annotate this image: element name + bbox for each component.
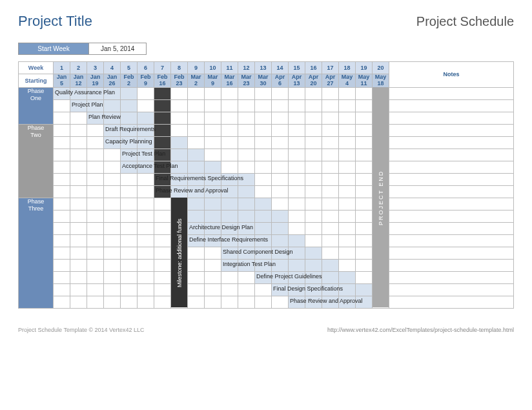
gantt-cell[interactable]	[70, 222, 87, 234]
gantt-cell[interactable]	[238, 124, 255, 136]
gantt-cell[interactable]	[356, 247, 373, 259]
gantt-cell[interactable]	[305, 124, 322, 136]
gantt-cell[interactable]	[205, 99, 221, 112]
gantt-cell[interactable]	[221, 210, 238, 222]
gantt-cell[interactable]	[305, 112, 322, 124]
gantt-cell[interactable]	[238, 87, 255, 99]
gantt-cell[interactable]	[238, 136, 255, 149]
gantt-cell[interactable]	[54, 99, 70, 112]
start-week-value[interactable]: Jan 5, 2014	[89, 43, 147, 55]
gantt-cell[interactable]	[54, 185, 70, 198]
gantt-cell[interactable]	[322, 112, 339, 124]
gantt-cell[interactable]	[255, 173, 272, 185]
gantt-cell[interactable]	[54, 259, 70, 271]
notes-cell[interactable]	[389, 124, 514, 136]
gantt-cell[interactable]	[87, 296, 104, 308]
gantt-cell[interactable]	[356, 124, 373, 136]
gantt-cell[interactable]	[188, 99, 205, 112]
gantt-cell[interactable]	[70, 112, 87, 124]
gantt-cell[interactable]	[255, 222, 272, 234]
gantt-cell[interactable]	[54, 161, 70, 173]
gantt-cell[interactable]	[339, 112, 356, 124]
gantt-cell[interactable]	[339, 247, 356, 259]
gantt-cell[interactable]: Quality Assurance Plan	[54, 87, 70, 99]
gantt-cell[interactable]	[305, 259, 322, 271]
gantt-cell[interactable]	[87, 271, 104, 283]
gantt-cell[interactable]	[138, 99, 154, 112]
gantt-cell[interactable]	[272, 296, 289, 308]
gantt-cell[interactable]: Phase Review and Approval	[289, 296, 305, 308]
gantt-cell[interactable]	[138, 198, 154, 210]
gantt-cell[interactable]	[171, 87, 188, 99]
gantt-cell[interactable]: Define Interface Requirements	[188, 234, 205, 247]
gantt-cell[interactable]	[221, 198, 238, 210]
gantt-cell[interactable]	[255, 124, 272, 136]
gantt-cell[interactable]	[272, 124, 289, 136]
gantt-cell[interactable]	[70, 247, 87, 259]
gantt-cell[interactable]	[289, 87, 305, 99]
gantt-cell[interactable]	[154, 124, 171, 136]
gantt-cell[interactable]	[121, 185, 138, 198]
gantt-cell[interactable]	[305, 161, 322, 173]
gantt-cell[interactable]	[121, 112, 138, 124]
gantt-cell[interactable]	[188, 247, 205, 259]
gantt-cell[interactable]	[305, 234, 322, 247]
notes-cell[interactable]	[389, 283, 514, 296]
gantt-cell[interactable]	[138, 210, 154, 222]
gantt-cell[interactable]	[70, 149, 87, 161]
gantt-cell[interactable]	[289, 234, 305, 247]
gantt-cell[interactable]	[154, 210, 171, 222]
gantt-cell[interactable]	[54, 112, 70, 124]
gantt-cell[interactable]	[322, 124, 339, 136]
notes-cell[interactable]	[389, 112, 514, 124]
gantt-cell[interactable]	[154, 87, 171, 99]
gantt-cell[interactable]	[339, 210, 356, 222]
gantt-cell[interactable]	[188, 149, 205, 161]
gantt-cell[interactable]	[121, 271, 138, 283]
gantt-cell[interactable]	[154, 222, 171, 234]
gantt-cell[interactable]	[221, 124, 238, 136]
gantt-cell[interactable]	[272, 210, 289, 222]
gantt-cell[interactable]	[356, 259, 373, 271]
gantt-cell[interactable]	[171, 124, 188, 136]
notes-cell[interactable]	[389, 173, 514, 185]
gantt-cell[interactable]	[104, 222, 121, 234]
gantt-cell[interactable]	[289, 198, 305, 210]
gantt-cell[interactable]	[339, 234, 356, 247]
gantt-cell[interactable]	[138, 271, 154, 283]
gantt-cell[interactable]	[154, 283, 171, 296]
gantt-cell[interactable]	[138, 173, 154, 185]
gantt-cell[interactable]	[70, 259, 87, 271]
gantt-cell[interactable]	[221, 161, 238, 173]
gantt-cell[interactable]	[289, 112, 305, 124]
gantt-cell[interactable]	[255, 136, 272, 149]
gantt-cell[interactable]	[54, 271, 70, 283]
notes-cell[interactable]	[389, 149, 514, 161]
notes-cell[interactable]	[389, 259, 514, 271]
gantt-cell[interactable]	[289, 173, 305, 185]
gantt-cell[interactable]	[87, 161, 104, 173]
gantt-cell[interactable]	[70, 271, 87, 283]
gantt-cell[interactable]	[171, 99, 188, 112]
gantt-cell[interactable]	[322, 173, 339, 185]
gantt-cell[interactable]	[289, 149, 305, 161]
gantt-cell[interactable]: Acceptance Test Plan	[121, 161, 138, 173]
gantt-cell[interactable]	[121, 234, 138, 247]
gantt-cell[interactable]	[87, 259, 104, 271]
gantt-cell[interactable]	[255, 112, 272, 124]
gantt-cell[interactable]	[154, 99, 171, 112]
gantt-cell[interactable]: Project Test Plan	[121, 149, 138, 161]
gantt-cell[interactable]	[70, 296, 87, 308]
gantt-cell[interactable]	[205, 112, 221, 124]
gantt-cell[interactable]	[154, 271, 171, 283]
gantt-cell[interactable]	[70, 185, 87, 198]
gantt-cell[interactable]	[54, 136, 70, 149]
gantt-cell[interactable]	[171, 112, 188, 124]
gantt-cell[interactable]	[205, 259, 221, 271]
gantt-cell[interactable]	[54, 247, 70, 259]
gantt-cell[interactable]	[205, 247, 221, 259]
gantt-cell[interactable]	[356, 136, 373, 149]
gantt-cell[interactable]	[339, 222, 356, 234]
gantt-cell[interactable]	[356, 99, 373, 112]
gantt-cell[interactable]	[54, 173, 70, 185]
